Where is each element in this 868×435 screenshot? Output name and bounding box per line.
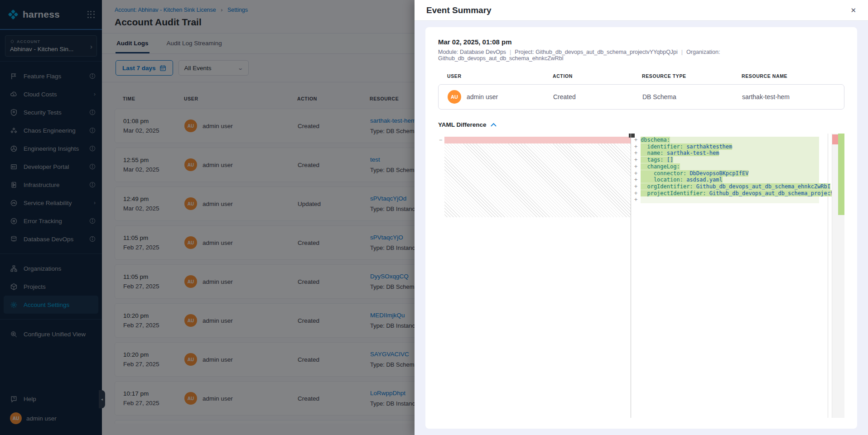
diff-plus-gutter: + <box>631 150 641 157</box>
summary-user-name: admin user <box>467 93 498 100</box>
diff-added-line: + tags: [] <box>631 157 819 163</box>
event-datetime: Mar 02, 2025, 01:08 pm <box>438 38 844 46</box>
diff-content-edge <box>828 134 828 418</box>
avatar: AU <box>448 90 461 104</box>
diff-empty-hatch <box>444 143 631 217</box>
summary-action: Created <box>553 93 642 100</box>
close-icon[interactable]: ✕ <box>850 6 856 14</box>
event-module: Module: Database DevOps <box>438 49 506 55</box>
summary-resource-name: sarthak-test-hem <box>742 93 844 100</box>
diff-overview-ruler[interactable] <box>832 134 844 418</box>
diff-original-pane: − <box>438 137 631 217</box>
diff-added-line: + identifier: sarthaktesthem <box>631 143 819 150</box>
drawer-header: Event Summary ✕ <box>415 0 868 21</box>
column-header: RESOURCE NAME <box>742 73 844 79</box>
diff-plus-gutter: + <box>631 196 641 203</box>
diff-added-line: + changeLog: <box>631 163 819 170</box>
diff-plus-gutter: + <box>631 190 641 197</box>
event-meta: Module: Database DevOps|Project: Github_… <box>438 49 844 62</box>
column-header: ACTION <box>553 73 642 79</box>
diff-plus-gutter: + <box>631 163 641 170</box>
diff-removed-marker <box>832 134 839 144</box>
diff-added-line: + name: sarthak-test-hem <box>631 150 819 157</box>
event-summary-drawer: Event Summary ✕ Mar 02, 2025, 01:08 pm M… <box>415 0 868 435</box>
drawer-body: Mar 02, 2025, 01:08 pm Module: Database … <box>415 21 868 435</box>
column-header: RESOURCE TYPE <box>642 73 742 79</box>
diff-added-marker <box>838 134 844 215</box>
diff-added-line: + location: asdsad.yaml <box>631 177 819 183</box>
summary-resource-type: DB Schema <box>642 93 742 100</box>
summary-table-row: AU admin user Created DB Schema sarthak-… <box>438 84 844 110</box>
chevron-up-icon <box>491 123 497 127</box>
diff-plus-gutter: + <box>631 137 641 143</box>
diff-added-line: +dbschema: <box>631 137 819 143</box>
yaml-difference-label: YAML Difference <box>438 121 487 128</box>
diff-removed-block <box>444 137 631 143</box>
diff-plus-gutter: + <box>631 183 641 190</box>
diff-added-line: + connector: DbDevopsoBKpcpIfEV <box>631 170 819 177</box>
diff-modified-pane: +dbschema:+ identifier: sarthaktesthem+ … <box>631 137 819 203</box>
yaml-difference-toggle[interactable]: YAML Difference <box>438 121 844 128</box>
diff-minus-gutter: − <box>439 137 442 143</box>
diff-plus-gutter: + <box>631 143 641 150</box>
diff-added-line: + <box>631 196 819 203</box>
diff-added-line: + orgIdentifier: Github_db_devops_aut_db… <box>631 183 819 190</box>
diff-plus-gutter: + <box>631 177 641 183</box>
summary-user-cell: AU admin user <box>448 90 553 104</box>
event-card: Mar 02, 2025, 01:08 pm Module: Database … <box>425 27 857 429</box>
summary-table-header: USERACTIONRESOURCE TYPERESOURCE NAME <box>438 73 844 79</box>
column-header: USER <box>447 73 553 79</box>
yaml-diff-editor[interactable]: − +dbschema:+ identifier: sarthaktesthem… <box>438 134 844 418</box>
diff-plus-gutter: + <box>631 157 641 163</box>
screen: harness ACCOUNT Abhinav - Kitchen Sin...… <box>0 0 868 435</box>
diff-added-line: + projectIdentifier: Github_db_devops_au… <box>631 190 819 197</box>
drawer-title: Event Summary <box>426 5 492 15</box>
event-project: Project: Github_db_devops_aut_db_schema_… <box>515 49 678 55</box>
diff-plus-gutter: + <box>631 170 641 177</box>
